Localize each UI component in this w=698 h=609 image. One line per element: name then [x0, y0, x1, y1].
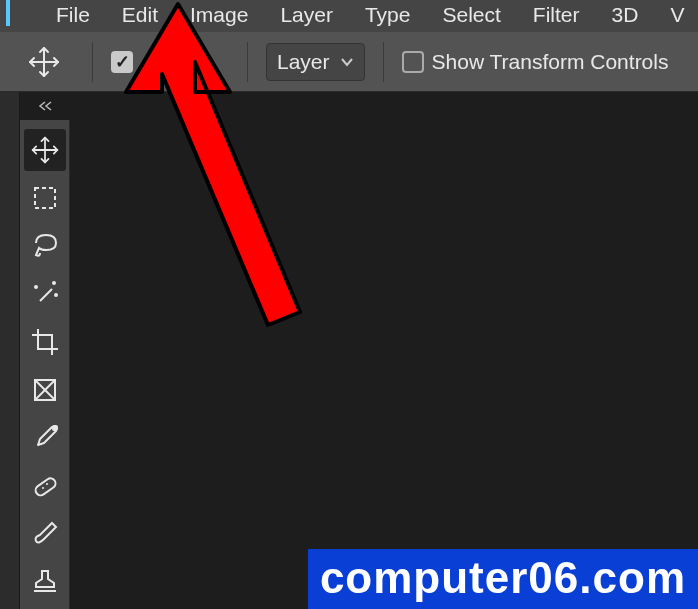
- move-tool[interactable]: [24, 129, 66, 171]
- menu-type[interactable]: Type: [349, 0, 427, 32]
- tool-panel: [20, 120, 70, 609]
- svg-point-6: [35, 286, 37, 288]
- svg-rect-13: [33, 476, 57, 497]
- menu-layer[interactable]: Layer: [264, 0, 349, 32]
- wand-icon: [30, 279, 60, 309]
- auto-select-checkbox[interactable]: ✓ A: [111, 50, 155, 74]
- divider: [383, 42, 384, 82]
- stamp-tool[interactable]: [24, 561, 66, 603]
- double-chevron-icon: [35, 100, 55, 112]
- collapse-toolbar-button[interactable]: [22, 96, 68, 116]
- lasso-icon: [30, 231, 60, 261]
- wand-tool[interactable]: [24, 273, 66, 315]
- stamp-icon: [30, 567, 60, 597]
- move-icon: [27, 45, 61, 79]
- auto-select-label: A: [141, 50, 155, 74]
- marquee-tool[interactable]: [24, 177, 66, 219]
- watermark: computer06.com: [308, 549, 698, 609]
- svg-point-14: [42, 487, 44, 489]
- divider: [247, 42, 248, 82]
- crop-icon: [30, 327, 60, 357]
- brush-tool[interactable]: [24, 513, 66, 555]
- menu-select[interactable]: Select: [426, 0, 516, 32]
- svg-point-8: [55, 294, 57, 296]
- checkbox-empty-icon: [402, 51, 424, 73]
- menu-3d[interactable]: 3D: [596, 0, 655, 32]
- crop-tool[interactable]: [24, 321, 66, 363]
- eyedropper-icon: [30, 423, 60, 453]
- svg-point-15: [46, 483, 48, 485]
- healing-tool[interactable]: [24, 465, 66, 507]
- frame-icon: [31, 376, 59, 404]
- active-tool-indicator[interactable]: [14, 40, 74, 84]
- menu-edit[interactable]: Edit: [106, 0, 174, 32]
- svg-line-5: [40, 289, 52, 301]
- svg-point-7: [53, 282, 55, 284]
- eyedropper-tool[interactable]: [24, 417, 66, 459]
- bandaid-icon: [30, 471, 60, 501]
- move-icon: [30, 135, 60, 165]
- menu-image[interactable]: Image: [174, 0, 264, 32]
- chevron-down-icon: [340, 55, 354, 69]
- divider: [92, 42, 93, 82]
- options-bar: ✓ A Layer Show Transform Controls: [0, 32, 698, 92]
- frame-tool[interactable]: [24, 369, 66, 411]
- show-transform-label: Show Transform Controls: [432, 50, 669, 74]
- menu-file[interactable]: File: [40, 0, 106, 32]
- panel-dock-strip: [0, 92, 20, 609]
- lasso-tool[interactable]: [24, 225, 66, 267]
- menu-bar: File Edit Image Layer Type Select Filter…: [0, 0, 698, 32]
- svg-rect-4: [35, 188, 55, 208]
- check-icon: ✓: [111, 51, 133, 73]
- layer-select-label: Layer: [277, 50, 330, 74]
- marquee-icon: [31, 184, 59, 212]
- svg-rect-12: [52, 425, 58, 431]
- menu-filter[interactable]: Filter: [517, 0, 596, 32]
- brush-icon: [30, 519, 60, 549]
- menu-view-partial[interactable]: V: [654, 0, 698, 32]
- show-transform-checkbox[interactable]: Show Transform Controls: [402, 50, 669, 74]
- canvas-area[interactable]: [70, 92, 698, 609]
- layer-select-dropdown[interactable]: Layer: [266, 43, 365, 81]
- app-icon: [6, 0, 10, 26]
